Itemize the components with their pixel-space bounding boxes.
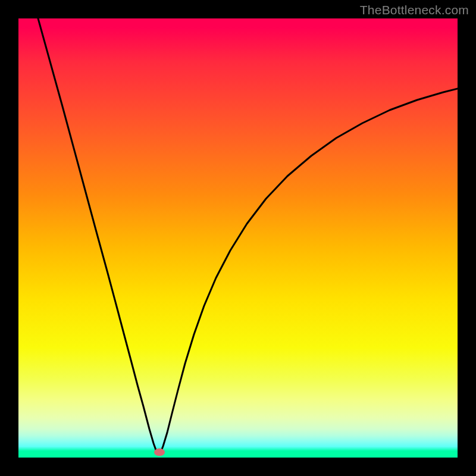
chart-container: TheBottleneck.com [0,0,476,476]
watermark-text: TheBottleneck.com [360,3,469,17]
bottleneck-curve [38,18,458,455]
minimum-marker [154,449,165,456]
plot-area [18,18,458,458]
curve-layer [18,18,458,458]
